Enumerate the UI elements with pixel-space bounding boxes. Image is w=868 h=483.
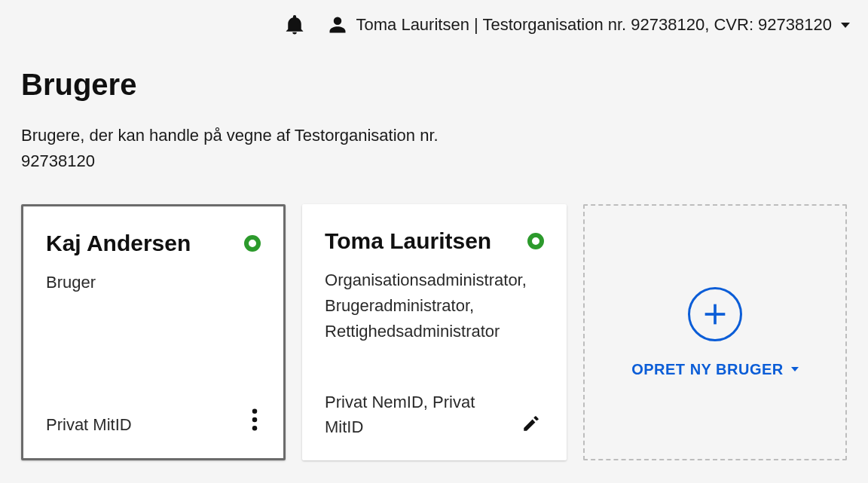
chevron-down-icon: [791, 367, 799, 371]
svg-point-1: [252, 417, 258, 423]
svg-point-2: [252, 426, 258, 431]
status-active-icon: [527, 233, 544, 249]
top-bar: Toma Lauritsen | Testorganisation nr. 92…: [0, 0, 868, 50]
user-card-footer: Privat NemID, Privat MitID: [325, 390, 544, 439]
main-content: Brugere Brugere, der kan handle på vegne…: [0, 50, 868, 478]
user-roles: Bruger: [46, 270, 261, 295]
status-active-icon: [244, 235, 261, 252]
pencil-icon: [521, 414, 541, 433]
user-name: Toma Lauritsen: [325, 228, 491, 254]
user-idtype: Privat MitID: [46, 412, 132, 437]
page-title: Brugere: [21, 68, 847, 102]
create-user-card[interactable]: OPRET NY BRUGER: [583, 204, 847, 460]
page-subtitle: Brugere, der kan handle på vegne af Test…: [21, 123, 443, 174]
bell-icon: [283, 14, 306, 36]
user-card-header: Toma Lauritsen: [325, 228, 544, 254]
person-icon: [327, 14, 348, 35]
user-name: Kaj Andersen: [46, 231, 191, 256]
notifications-button[interactable]: [283, 14, 306, 36]
edit-button[interactable]: [518, 411, 544, 439]
user-roles: Organisationsadministrator, Brugeradmini…: [325, 267, 544, 344]
user-card-header: Kaj Andersen: [46, 231, 261, 256]
user-card[interactable]: Kaj Andersen Bruger Privat MitID: [21, 204, 286, 460]
user-card[interactable]: Toma Lauritsen Organisationsadministrato…: [302, 204, 567, 460]
chevron-down-icon: [841, 23, 850, 28]
svg-point-0: [252, 409, 258, 414]
plus-circle-icon: [688, 287, 742, 341]
create-user-label: OPRET NY BRUGER: [631, 361, 784, 378]
user-idtype: Privat NemID, Privat MitID: [325, 390, 498, 439]
more-menu-button[interactable]: [249, 405, 261, 437]
user-menu[interactable]: Toma Lauritsen | Testorganisation nr. 92…: [327, 14, 850, 35]
user-card-footer: Privat MitID: [46, 405, 261, 437]
more-vertical-icon: [252, 408, 258, 431]
user-cards: Kaj Andersen Bruger Privat MitID Toma La…: [21, 204, 847, 460]
user-label: Toma Lauritsen | Testorganisation nr. 92…: [356, 15, 832, 35]
create-user-label-row: OPRET NY BRUGER: [631, 361, 799, 378]
